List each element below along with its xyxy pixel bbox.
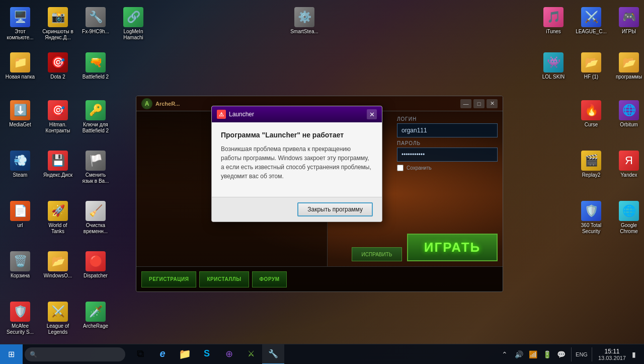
tray-action-center[interactable]: 💬 bbox=[555, 348, 567, 360]
taskbar: ⊞ 🔍 ⧉ e 📁 S ⊕ ⚔ 🔧 bbox=[0, 344, 644, 364]
taskbar-explorer[interactable]: 📁 bbox=[174, 344, 196, 365]
taskbar-search[interactable]: 🔍 bbox=[25, 347, 125, 361]
clock-date: 13.03.2017 bbox=[598, 355, 626, 361]
clock-time: 15:11 bbox=[604, 348, 619, 355]
taskbar-edge[interactable]: e bbox=[151, 344, 174, 365]
volume-icon: 🔊 bbox=[515, 350, 523, 358]
taskbar-tray: ⌃ 🔊 📶 🔋 💬 ENG 15:11 13.03.2017 ▮ bbox=[499, 344, 644, 365]
task-view-icon: ⧉ bbox=[137, 348, 144, 359]
dialog-body-text: Возникшая проблема привела к прекращению… bbox=[221, 144, 373, 181]
dialog-title-text: Launcher bbox=[229, 111, 364, 118]
edge-icon: e bbox=[159, 348, 165, 359]
tray-show-desktop[interactable]: ▮ bbox=[628, 348, 640, 360]
tray-volume[interactable]: 🔊 bbox=[513, 348, 525, 360]
tray-chevron[interactable]: ⌃ bbox=[499, 348, 511, 360]
start-button[interactable]: ⊞ bbox=[0, 344, 23, 365]
desktop: 🖥️Этот компьюте...📸Скриншоты в Яндекс.Д.… bbox=[0, 0, 644, 364]
windows-logo: ⊞ bbox=[8, 349, 15, 359]
error-dialog: ⚠ Launcher ✕ Программа "Launcher" не раб… bbox=[211, 106, 382, 222]
dialog-body: Программа "Launcher" не работает Возникш… bbox=[212, 122, 382, 197]
dialog-footer: Закрыть программу bbox=[212, 197, 382, 222]
dialog-close-x-button[interactable]: ✕ bbox=[367, 109, 377, 119]
search-placeholder: 🔍 bbox=[30, 351, 37, 358]
explorer-icon: 📁 bbox=[179, 348, 191, 360]
tray-battery[interactable]: 🔋 bbox=[541, 348, 553, 360]
dialog-overlay: ⚠ Launcher ✕ Программа "Launcher" не раб… bbox=[0, 0, 644, 342]
show-desktop-icon: ▮ bbox=[632, 350, 636, 358]
tray-separator2 bbox=[592, 347, 592, 361]
launcher-taskbar-icon: 🔧 bbox=[268, 349, 278, 358]
taskbar-orbitum[interactable]: ⊕ bbox=[218, 344, 240, 365]
skype-icon: S bbox=[204, 348, 210, 359]
tray-lang[interactable]: ENG bbox=[576, 351, 588, 357]
taskbar-skype[interactable]: S bbox=[196, 344, 218, 365]
dialog-titlebar: ⚠ Launcher ✕ bbox=[212, 106, 382, 122]
taskbar-launcher[interactable]: 🔧 bbox=[262, 344, 284, 365]
tray-network[interactable]: 📶 bbox=[527, 348, 539, 360]
orbitum-icon: ⊕ bbox=[225, 348, 233, 359]
network-icon: 📶 bbox=[529, 350, 537, 358]
dialog-icon-symbol: ⚠ bbox=[219, 111, 224, 118]
dialog-title-icon: ⚠ bbox=[217, 110, 226, 119]
taskbar-task-view[interactable]: ⧉ bbox=[129, 344, 151, 365]
battery-icon: 🔋 bbox=[543, 350, 551, 358]
tray-separator bbox=[571, 347, 572, 361]
archerage-taskbar-icon: ⚔ bbox=[248, 349, 255, 358]
close-program-button[interactable]: Закрыть программу bbox=[297, 202, 373, 216]
dialog-header-text: Программа "Launcher" не работает bbox=[221, 130, 373, 139]
action-center-icon: 💬 bbox=[557, 350, 566, 358]
taskbar-archerage[interactable]: ⚔ bbox=[240, 344, 262, 365]
tray-expand-icon: ⌃ bbox=[502, 350, 508, 358]
tray-clock[interactable]: 15:11 13.03.2017 bbox=[598, 348, 626, 361]
taskbar-apps: ⧉ e 📁 S ⊕ ⚔ 🔧 bbox=[129, 344, 499, 365]
